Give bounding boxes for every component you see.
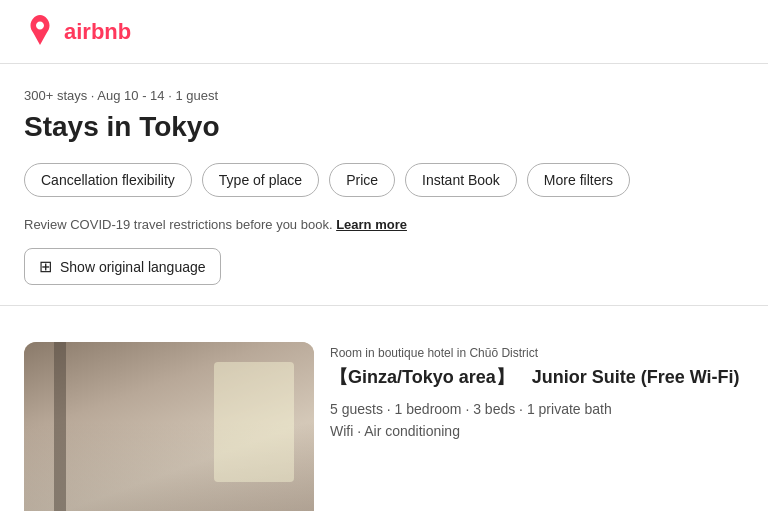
translate-icon: ⊞ (39, 257, 52, 276)
filter-cancellation[interactable]: Cancellation flexibility (24, 163, 192, 197)
listing-image[interactable] (24, 342, 314, 511)
filter-type-of-place[interactable]: Type of place (202, 163, 319, 197)
listing-details: 5 guests · 1 bedroom · 3 beds · 1 privat… (330, 401, 744, 417)
listing-title[interactable]: 【Ginza/Tokyo area】 Junior Suite (Free Wi… (330, 366, 744, 389)
divider (0, 305, 768, 306)
listing-info: Room in boutique hotel in Chūō District … (330, 342, 744, 511)
window-light-decoration (214, 362, 294, 482)
show-original-language-button[interactable]: ⊞ Show original language (24, 248, 221, 285)
pillar-decoration (54, 342, 66, 511)
header: airbnb (0, 0, 768, 64)
language-button-label: Show original language (60, 259, 206, 275)
covid-notice: Review COVID-19 travel restrictions befo… (24, 217, 744, 232)
listing-type: Room in boutique hotel in Chūō District (330, 346, 744, 360)
logo[interactable]: airbnb (24, 14, 131, 50)
search-meta: 300+ stays · Aug 10 - 14 · 1 guest (24, 88, 744, 103)
covid-learn-more-link[interactable]: Learn more (336, 217, 407, 232)
filter-price[interactable]: Price (329, 163, 395, 197)
covid-notice-text: Review COVID-19 travel restrictions befo… (24, 217, 333, 232)
airbnb-logo-icon (24, 14, 56, 50)
filter-bar: Cancellation flexibility Type of place P… (24, 163, 744, 197)
airbnb-logo-text: airbnb (64, 19, 131, 45)
filter-more-filters[interactable]: More filters (527, 163, 630, 197)
filter-instant-book[interactable]: Instant Book (405, 163, 517, 197)
listing-card: Room in boutique hotel in Chūō District … (24, 326, 744, 511)
main-content: 300+ stays · Aug 10 - 14 · 1 guest Stays… (0, 64, 768, 511)
page-title: Stays in Tokyo (24, 111, 744, 143)
listing-amenities: Wifi · Air conditioning (330, 423, 744, 439)
